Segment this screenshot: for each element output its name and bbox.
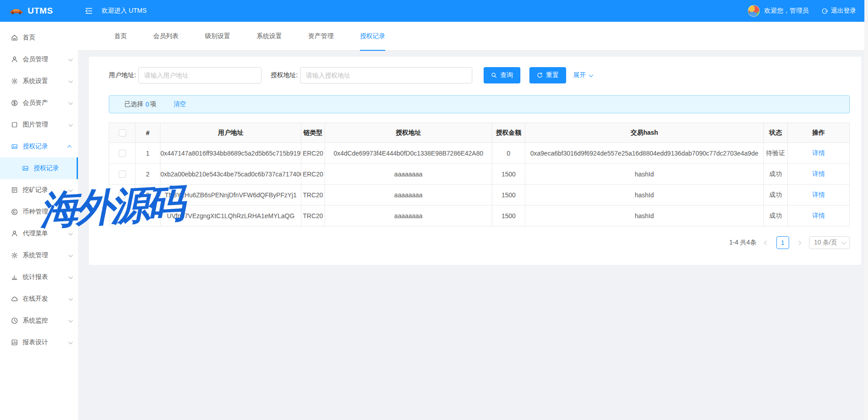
- sidebar-item-coin-management[interactable]: 币种管理: [0, 201, 78, 223]
- collapse-menu-icon[interactable]: [84, 6, 93, 15]
- chevron-down-icon: [68, 57, 73, 61]
- status-text: 成功: [764, 205, 788, 226]
- selection-alert: 已选择 0 项 清空: [109, 95, 850, 113]
- user-icon: [11, 230, 18, 237]
- sidebar-item-system-management[interactable]: 系统管理: [0, 244, 78, 266]
- chevron-down-icon: [68, 78, 73, 83]
- chevron-down-icon: [68, 296, 73, 301]
- filter-form: 用户地址: 授权地址: 查询 重置 展开: [109, 57, 850, 83]
- content-card: 用户地址: 授权地址: 查询 重置 展开: [89, 57, 861, 265]
- col-actions: 操作: [788, 123, 850, 143]
- selected-unit: 项: [150, 100, 156, 108]
- logo-icon: [9, 7, 24, 15]
- col-auth-address: 授权地址: [325, 123, 492, 143]
- gear-icon: [11, 78, 18, 85]
- sidebar: 首页 会员管理 系统设置 会员资产 图片管理: [0, 22, 78, 420]
- app-title: UTMS: [28, 6, 53, 16]
- user-greeting: 欢迎您，管理员: [764, 7, 809, 15]
- col-amount: 授权金额: [492, 123, 525, 143]
- picture-icon: [11, 143, 18, 150]
- page-number-1[interactable]: 1: [776, 236, 789, 249]
- row-checkbox[interactable]: [119, 212, 126, 220]
- col-user-address: 用户地址: [160, 123, 301, 143]
- detail-link[interactable]: 详情: [812, 170, 825, 177]
- sidebar-item-system-settings[interactable]: 系统设置: [0, 70, 78, 92]
- tab-asset-management[interactable]: 资产管理: [295, 22, 347, 50]
- sidebar-item-authorization-records[interactable]: 授权记录: [0, 136, 78, 157]
- row-checkbox[interactable]: [119, 171, 126, 178]
- tab-home[interactable]: 首页: [101, 22, 140, 50]
- selected-prefix: 已选择: [124, 100, 143, 108]
- records-table: # 用户地址 链类型 授权地址 授权金额 交易hash 状态 操作: [109, 122, 850, 226]
- tab-member-list[interactable]: 会员列表: [140, 22, 192, 50]
- chevron-down-icon: [68, 122, 73, 127]
- chevron-down-icon: [68, 187, 73, 192]
- table-row: 4 UVfn97VEzgngXtC1LQhRzLRHA1eMYLaQG TRC2…: [109, 205, 850, 226]
- page-size-select[interactable]: 10 条/页: [809, 236, 850, 249]
- status-text: 待验证: [764, 143, 788, 164]
- chevron-down-icon: [68, 274, 73, 279]
- status-text: 成功: [764, 185, 788, 205]
- next-page-button[interactable]: [794, 236, 805, 249]
- reset-button[interactable]: 重置: [529, 67, 566, 83]
- search-icon: [491, 72, 497, 78]
- status-text: 成功: [764, 164, 788, 185]
- sidebar-item-home[interactable]: 首页: [0, 27, 78, 49]
- row-checkbox[interactable]: [119, 150, 126, 157]
- detail-link[interactable]: 详情: [812, 149, 825, 156]
- sidebar-item-member-assets[interactable]: 会员资产: [0, 92, 78, 114]
- auth-address-input[interactable]: [300, 67, 472, 83]
- sidebar-subitem-authorization-records[interactable]: 授权记录: [0, 157, 78, 179]
- scrollbar[interactable]: [864, 0, 868, 420]
- prev-page-button[interactable]: [761, 236, 772, 249]
- expand-toggle[interactable]: 展开: [573, 71, 592, 79]
- sidebar-item-agent-menu[interactable]: 代理菜单: [0, 223, 78, 244]
- tab-system-settings[interactable]: 系统设置: [243, 22, 295, 50]
- square-icon: [11, 121, 18, 128]
- tab-level-settings[interactable]: 级别设置: [192, 22, 243, 50]
- logo: UTMS: [0, 6, 78, 16]
- tab-bar: 首页 会员列表 级别设置 系统设置 资产管理 授权记录: [78, 22, 868, 51]
- select-all-checkbox[interactable]: [119, 129, 126, 137]
- detail-link[interactable]: 详情: [812, 212, 825, 219]
- user-address-label: 用户地址:: [109, 71, 136, 79]
- sidebar-item-online-development[interactable]: 在线开发: [0, 288, 78, 310]
- sidebar-item-image-management[interactable]: 图片管理: [0, 114, 78, 136]
- picture-icon: [22, 165, 29, 172]
- dollar-circle-icon: [11, 99, 18, 107]
- main-area: 首页 会员列表 级别设置 系统设置 资产管理 授权记录 用户地址: 授权地址:: [78, 22, 868, 420]
- cloud-icon: [11, 295, 18, 303]
- auth-address-label: 授权地址:: [271, 71, 298, 79]
- chevron-down-icon: [68, 231, 73, 235]
- chevron-down-icon: [68, 318, 73, 322]
- col-tx-hash: 交易hash: [525, 123, 764, 143]
- clear-selection-link[interactable]: 清空: [174, 100, 186, 108]
- tab-authorization-records[interactable]: 授权记录: [347, 22, 398, 50]
- sidebar-item-report-design[interactable]: 报表设计: [0, 332, 78, 353]
- col-index: #: [136, 123, 160, 143]
- app-root: UTMS 欢迎进入 UTMS 欢迎您，管理员 退出登录: [0, 0, 868, 420]
- chevron-down-icon: [589, 73, 593, 77]
- detail-link[interactable]: 详情: [812, 191, 825, 198]
- table-row: 1 0x447147a8016ff934bb8689c5a2d5b65c715b…: [109, 143, 850, 164]
- sidebar-item-mining-records[interactable]: 挖矿记录: [0, 179, 78, 201]
- logout-button[interactable]: 退出登录: [821, 7, 856, 15]
- sidebar-item-statistics-report[interactable]: 统计报表: [0, 266, 78, 288]
- user-address-input[interactable]: [138, 67, 262, 83]
- table-row: 2 0xb2a00ebb210e543c4be75cad0c6b737ca717…: [109, 164, 850, 185]
- sidebar-item-system-monitor[interactable]: 系统监控: [0, 310, 78, 332]
- chevron-left-icon: [764, 240, 769, 245]
- clock-icon: [11, 317, 18, 324]
- bar-chart-icon: [11, 273, 18, 281]
- search-button[interactable]: 查询: [484, 67, 520, 83]
- selected-count: 0: [145, 101, 149, 108]
- user-avatar: [748, 5, 760, 17]
- chevron-down-icon: [68, 340, 73, 344]
- report-chart-icon: [11, 339, 18, 346]
- sidebar-item-member-management[interactable]: 会员管理: [0, 49, 78, 70]
- welcome-text: 欢迎进入 UTMS: [102, 7, 147, 15]
- copyright-icon: [11, 208, 18, 215]
- row-checkbox[interactable]: [119, 191, 126, 199]
- gear-icon: [11, 252, 18, 259]
- chevron-right-icon: [797, 240, 801, 245]
